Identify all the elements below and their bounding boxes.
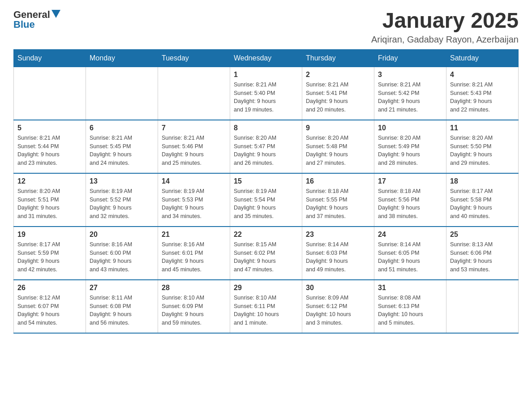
page-subtitle: Ariqiran, Gadabay Rayon, Azerbaijan [371,34,519,45]
cell-day-number: 21 [162,231,226,239]
calendar-header: SundayMondayTuesdayWednesdayThursdayFrid… [14,49,519,67]
weekday-header-saturday: Saturday [446,49,519,67]
cell-day-number: 27 [90,284,154,292]
page-title: January 2025 [371,9,519,33]
cell-day-number: 25 [450,231,515,239]
logo: General Blue [13,9,60,30]
cell-day-number: 26 [17,284,82,292]
cell-day-number: 1 [234,71,298,79]
cell-sun-info: Sunrise: 8:20 AM Sunset: 5:47 PM Dayligh… [234,134,298,167]
cell-sun-info: Sunrise: 8:17 AM Sunset: 5:59 PM Dayligh… [17,240,82,274]
cell-sun-info: Sunrise: 8:21 AM Sunset: 5:43 PM Dayligh… [450,81,515,114]
calendar-cell: 25Sunrise: 8:13 AM Sunset: 6:06 PM Dayli… [446,227,519,280]
calendar-cell: 9Sunrise: 8:20 AM Sunset: 5:48 PM Daylig… [302,120,374,173]
cell-sun-info: Sunrise: 8:18 AM Sunset: 5:56 PM Dayligh… [378,187,442,221]
calendar-cell: 30Sunrise: 8:09 AM Sunset: 6:12 PM Dayli… [302,280,374,333]
calendar-table: SundayMondayTuesdayWednesdayThursdayFrid… [13,49,519,334]
cell-sun-info: Sunrise: 8:09 AM Sunset: 6:12 PM Dayligh… [306,294,370,327]
cell-sun-info: Sunrise: 8:12 AM Sunset: 6:07 PM Dayligh… [17,294,82,327]
calendar-cell: 12Sunrise: 8:20 AM Sunset: 5:51 PM Dayli… [14,173,86,227]
calendar-cell: 7Sunrise: 8:21 AM Sunset: 5:46 PM Daylig… [158,120,230,173]
calendar-cell: 29Sunrise: 8:10 AM Sunset: 6:11 PM Dayli… [230,280,302,333]
cell-day-number: 23 [306,231,370,239]
cell-day-number: 24 [378,231,442,239]
calendar-week-4: 19Sunrise: 8:17 AM Sunset: 5:59 PM Dayli… [14,227,519,280]
logo-arrow-icon [51,10,60,19]
calendar-cell [86,67,158,120]
calendar-cell: 24Sunrise: 8:14 AM Sunset: 6:05 PM Dayli… [374,227,446,280]
calendar-cell: 21Sunrise: 8:16 AM Sunset: 6:01 PM Dayli… [158,227,230,280]
calendar-cell: 22Sunrise: 8:15 AM Sunset: 6:02 PM Dayli… [230,227,302,280]
calendar-cell: 16Sunrise: 8:18 AM Sunset: 5:55 PM Dayli… [302,173,374,227]
cell-day-number: 13 [90,177,154,185]
cell-sun-info: Sunrise: 8:08 AM Sunset: 6:13 PM Dayligh… [378,294,442,327]
cell-sun-info: Sunrise: 8:20 AM Sunset: 5:50 PM Dayligh… [450,134,515,167]
calendar-cell [158,67,230,120]
cell-sun-info: Sunrise: 8:20 AM Sunset: 5:48 PM Dayligh… [306,134,370,167]
calendar-cell: 26Sunrise: 8:12 AM Sunset: 6:07 PM Dayli… [14,280,86,333]
cell-sun-info: Sunrise: 8:20 AM Sunset: 5:49 PM Dayligh… [378,134,442,167]
calendar-cell [446,280,519,333]
calendar-cell [14,67,86,120]
cell-sun-info: Sunrise: 8:20 AM Sunset: 5:51 PM Dayligh… [17,187,82,221]
calendar-cell: 10Sunrise: 8:20 AM Sunset: 5:49 PM Dayli… [374,120,446,173]
cell-day-number: 14 [162,177,226,185]
calendar-cell: 15Sunrise: 8:19 AM Sunset: 5:54 PM Dayli… [230,173,302,227]
cell-day-number: 3 [378,71,442,79]
cell-day-number: 20 [90,231,154,239]
cell-sun-info: Sunrise: 8:13 AM Sunset: 6:06 PM Dayligh… [450,240,515,274]
cell-day-number: 22 [234,231,298,239]
cell-day-number: 10 [378,124,442,132]
calendar-cell: 14Sunrise: 8:19 AM Sunset: 5:53 PM Dayli… [158,173,230,227]
cell-sun-info: Sunrise: 8:14 AM Sunset: 6:03 PM Dayligh… [306,240,370,274]
cell-day-number: 12 [17,177,82,185]
calendar-cell: 2Sunrise: 8:21 AM Sunset: 5:41 PM Daylig… [302,67,374,120]
calendar-cell: 19Sunrise: 8:17 AM Sunset: 5:59 PM Dayli… [14,227,86,280]
cell-sun-info: Sunrise: 8:17 AM Sunset: 5:58 PM Dayligh… [450,187,515,221]
calendar-body: 1Sunrise: 8:21 AM Sunset: 5:40 PM Daylig… [14,67,519,333]
calendar-cell: 18Sunrise: 8:17 AM Sunset: 5:58 PM Dayli… [446,173,519,227]
cell-day-number: 6 [90,124,154,132]
cell-sun-info: Sunrise: 8:21 AM Sunset: 5:40 PM Dayligh… [234,81,298,114]
svg-marker-0 [51,10,60,18]
cell-day-number: 29 [234,284,298,292]
calendar-week-2: 5Sunrise: 8:21 AM Sunset: 5:44 PM Daylig… [14,120,519,173]
cell-day-number: 4 [450,71,515,79]
cell-sun-info: Sunrise: 8:19 AM Sunset: 5:52 PM Dayligh… [90,187,154,221]
cell-day-number: 16 [306,177,370,185]
cell-sun-info: Sunrise: 8:21 AM Sunset: 5:42 PM Dayligh… [378,81,442,114]
cell-sun-info: Sunrise: 8:16 AM Sunset: 6:01 PM Dayligh… [162,240,226,274]
calendar-cell: 28Sunrise: 8:10 AM Sunset: 6:09 PM Dayli… [158,280,230,333]
cell-day-number: 8 [234,124,298,132]
calendar-week-3: 12Sunrise: 8:20 AM Sunset: 5:51 PM Dayli… [14,173,519,227]
calendar-cell: 13Sunrise: 8:19 AM Sunset: 5:52 PM Dayli… [86,173,158,227]
cell-sun-info: Sunrise: 8:18 AM Sunset: 5:55 PM Dayligh… [306,187,370,221]
weekday-header-friday: Friday [374,49,446,67]
cell-day-number: 30 [306,284,370,292]
weekday-header-row: SundayMondayTuesdayWednesdayThursdayFrid… [14,49,519,67]
cell-day-number: 28 [162,284,226,292]
calendar-cell: 11Sunrise: 8:20 AM Sunset: 5:50 PM Dayli… [446,120,519,173]
cell-sun-info: Sunrise: 8:19 AM Sunset: 5:53 PM Dayligh… [162,187,226,221]
calendar-cell: 3Sunrise: 8:21 AM Sunset: 5:42 PM Daylig… [374,67,446,120]
cell-sun-info: Sunrise: 8:10 AM Sunset: 6:09 PM Dayligh… [162,294,226,327]
calendar-week-1: 1Sunrise: 8:21 AM Sunset: 5:40 PM Daylig… [14,67,519,120]
calendar-cell: 4Sunrise: 8:21 AM Sunset: 5:43 PM Daylig… [446,67,519,120]
cell-day-number: 17 [378,177,442,185]
title-block: January 2025 Ariqiran, Gadabay Rayon, Az… [371,9,519,45]
weekday-header-tuesday: Tuesday [158,49,230,67]
cell-day-number: 31 [378,284,442,292]
calendar-cell: 27Sunrise: 8:11 AM Sunset: 6:08 PM Dayli… [86,280,158,333]
cell-day-number: 18 [450,177,515,185]
cell-sun-info: Sunrise: 8:21 AM Sunset: 5:46 PM Dayligh… [162,134,226,167]
calendar-cell: 1Sunrise: 8:21 AM Sunset: 5:40 PM Daylig… [230,67,302,120]
cell-sun-info: Sunrise: 8:21 AM Sunset: 5:45 PM Dayligh… [90,134,154,167]
cell-sun-info: Sunrise: 8:10 AM Sunset: 6:11 PM Dayligh… [234,294,298,327]
calendar-cell: 5Sunrise: 8:21 AM Sunset: 5:44 PM Daylig… [14,120,86,173]
cell-sun-info: Sunrise: 8:11 AM Sunset: 6:08 PM Dayligh… [90,294,154,327]
cell-day-number: 9 [306,124,370,132]
cell-day-number: 5 [17,124,82,132]
cell-day-number: 2 [306,71,370,79]
calendar-cell: 23Sunrise: 8:14 AM Sunset: 6:03 PM Dayli… [302,227,374,280]
cell-sun-info: Sunrise: 8:19 AM Sunset: 5:54 PM Dayligh… [234,187,298,221]
